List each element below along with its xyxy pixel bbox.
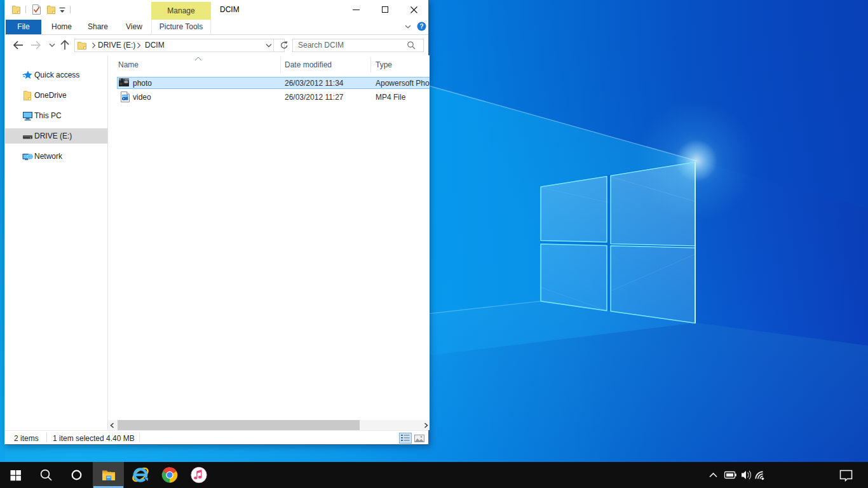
svg-text:?: ? [419, 23, 423, 30]
